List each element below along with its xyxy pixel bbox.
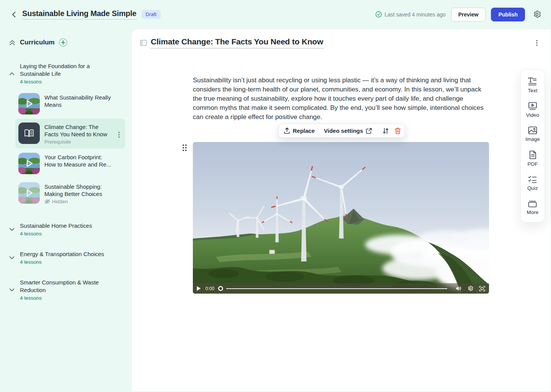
replace-video-button[interactable]: Replace bbox=[284, 127, 315, 134]
kebab-menu-icon bbox=[536, 40, 538, 46]
curriculum-title: Curriculum bbox=[20, 39, 55, 46]
add-text-block-button[interactable]: Text bbox=[528, 77, 538, 93]
video-block-icon bbox=[528, 102, 537, 110]
section-title[interactable]: Sustainable Home Practices bbox=[20, 222, 92, 230]
chevron-down-icon bbox=[9, 228, 15, 231]
lesson-item-what-sustainability[interactable]: What Sustainability Really Means bbox=[15, 89, 125, 118]
add-video-block-button[interactable]: Video bbox=[526, 102, 539, 118]
course-title[interactable]: Sustainable Living Made Simple bbox=[22, 9, 137, 20]
section-title[interactable]: Laying the Foundation for a Sustainable … bbox=[20, 62, 108, 78]
section-expand-button[interactable] bbox=[9, 222, 15, 237]
palette-item-label: Text bbox=[528, 88, 538, 93]
play-overlay-icon bbox=[18, 182, 40, 204]
play-icon bbox=[197, 286, 201, 291]
video-settings-label: Video settings bbox=[324, 127, 363, 134]
curriculum-section[interactable]: Laying the Foundation for a Sustainable … bbox=[6, 62, 125, 85]
section-lesson-count: 4 lessons bbox=[20, 231, 92, 237]
eye-off-icon bbox=[44, 199, 50, 204]
palette-item-label: Video bbox=[526, 112, 539, 118]
block-drag-handle[interactable] bbox=[181, 143, 188, 153]
lesson-title: Sustainable Shopping: Making Better Choi… bbox=[44, 183, 113, 198]
section-collapse-button[interactable] bbox=[9, 62, 15, 85]
progress-track[interactable] bbox=[226, 288, 447, 289]
sort-arrows-icon bbox=[382, 127, 389, 134]
preview-button[interactable]: Preview bbox=[451, 8, 486, 21]
section-expand-button[interactable] bbox=[9, 250, 15, 265]
volume-icon bbox=[456, 286, 462, 291]
app-header: Sustainable Living Made Simple Draft Las… bbox=[0, 0, 551, 29]
play-overlay-icon bbox=[18, 153, 40, 174]
upload-icon bbox=[284, 127, 290, 134]
add-image-block-button[interactable]: Image bbox=[525, 126, 540, 142]
curriculum-header: Curriculum bbox=[6, 38, 125, 47]
palette-item-label: Image bbox=[525, 136, 540, 142]
video-control-bar: 0:00 bbox=[193, 283, 489, 294]
gear-icon bbox=[533, 10, 541, 18]
external-link-icon bbox=[366, 128, 372, 134]
lesson-title: Climate Change: The Facts You Need to Kn… bbox=[44, 123, 113, 138]
lesson-subtitle: Prerequisite bbox=[44, 139, 113, 145]
delete-block-button[interactable] bbox=[393, 127, 402, 134]
add-pdf-block-button[interactable]: PDF bbox=[528, 150, 538, 167]
lesson-options-button[interactable] bbox=[532, 38, 542, 48]
more-blocks-button[interactable]: More bbox=[527, 199, 539, 215]
add-quiz-block-button[interactable]: Quiz bbox=[527, 175, 538, 191]
chevron-left-icon bbox=[12, 11, 16, 18]
lesson-item-climate-change[interactable]: Climate Change: The Facts You Need to Kn… bbox=[15, 119, 125, 149]
pdf-block-icon bbox=[529, 150, 536, 159]
back-button[interactable] bbox=[8, 9, 19, 20]
play-button[interactable] bbox=[197, 286, 201, 291]
palette-item-label: Quiz bbox=[527, 185, 538, 191]
sidebar-toggle-button[interactable] bbox=[139, 38, 148, 48]
block-palette: Text Video Image PDF bbox=[520, 69, 545, 222]
palette-item-label: More bbox=[527, 209, 539, 215]
collapse-all-button[interactable] bbox=[9, 40, 15, 46]
lesson-video-thumbnail bbox=[18, 93, 40, 114]
video-settings-button[interactable]: Video settings bbox=[324, 127, 372, 134]
replace-label: Replace bbox=[293, 127, 315, 134]
video-player[interactable]: 0:00 bbox=[193, 142, 489, 294]
lesson-item-sustainable-shopping[interactable]: Sustainable Shopping: Making Better Choi… bbox=[15, 178, 125, 208]
volume-button[interactable] bbox=[456, 286, 462, 291]
lesson-intro-paragraph[interactable]: Sustainability isn’t just about recyclin… bbox=[193, 76, 490, 122]
lesson-editor-panel: Climate Change: The Facts You Need to Kn… bbox=[131, 29, 551, 392]
trash-icon bbox=[395, 127, 401, 134]
lesson-title: What Sustainability Really Means bbox=[44, 94, 113, 108]
video-block-toolbar: Replace Video settings bbox=[279, 124, 405, 138]
curriculum-sidebar: Curriculum Laying the Foundation for a S… bbox=[0, 29, 131, 392]
curriculum-section[interactable]: Smarter Consumption & Waste Reduction 4 … bbox=[6, 279, 125, 301]
section-expand-button[interactable] bbox=[9, 279, 15, 301]
lesson-reading-tile bbox=[18, 122, 40, 144]
palette-item-label: PDF bbox=[528, 161, 538, 167]
curriculum-section[interactable]: Energy & Transportation Choices 4 lesson… bbox=[6, 250, 125, 265]
chevron-down-icon bbox=[9, 288, 15, 292]
plus-circle-icon bbox=[59, 38, 68, 47]
drag-grip-icon bbox=[183, 144, 187, 152]
curriculum-section[interactable]: Sustainable Home Practices 4 lessons bbox=[6, 222, 125, 237]
section-title[interactable]: Smarter Consumption & Waste Reduction bbox=[20, 279, 108, 294]
saved-status: Last saved 4 minutes ago bbox=[375, 11, 446, 18]
lesson-video-thumbnail bbox=[18, 182, 40, 204]
lesson-list: What Sustainability Really Means Climate… bbox=[15, 89, 125, 208]
scrubber-knob[interactable] bbox=[218, 286, 223, 291]
video-quality-button[interactable] bbox=[468, 286, 473, 291]
add-section-button[interactable] bbox=[59, 38, 68, 47]
fullscreen-button[interactable] bbox=[479, 286, 485, 291]
section-lesson-count: 4 lessons bbox=[20, 79, 108, 85]
lesson-title-heading[interactable]: Climate Change: The Facts You Need to Kn… bbox=[151, 37, 323, 49]
section-lesson-count: 4 lessons bbox=[20, 259, 104, 265]
lesson-title: Your Carbon Footprint: How to Measure an… bbox=[44, 154, 113, 168]
video-frame-wind-turbines bbox=[193, 142, 489, 294]
chevron-down-icon bbox=[9, 256, 15, 260]
lesson-menu-button[interactable] bbox=[118, 132, 120, 138]
lesson-item-carbon-footprint[interactable]: Your Carbon Footprint: How to Measure an… bbox=[15, 149, 125, 178]
section-lesson-count: 4 lessons bbox=[20, 295, 108, 301]
move-block-button[interactable] bbox=[381, 127, 390, 134]
fullscreen-icon bbox=[479, 286, 485, 291]
section-title[interactable]: Energy & Transportation Choices bbox=[20, 250, 104, 258]
publish-button[interactable]: Publish bbox=[491, 8, 525, 21]
settings-button[interactable] bbox=[531, 9, 543, 20]
status-badge: Draft bbox=[142, 10, 161, 19]
lesson-subtitle: Hidden bbox=[52, 199, 68, 204]
image-block-icon bbox=[528, 126, 537, 134]
